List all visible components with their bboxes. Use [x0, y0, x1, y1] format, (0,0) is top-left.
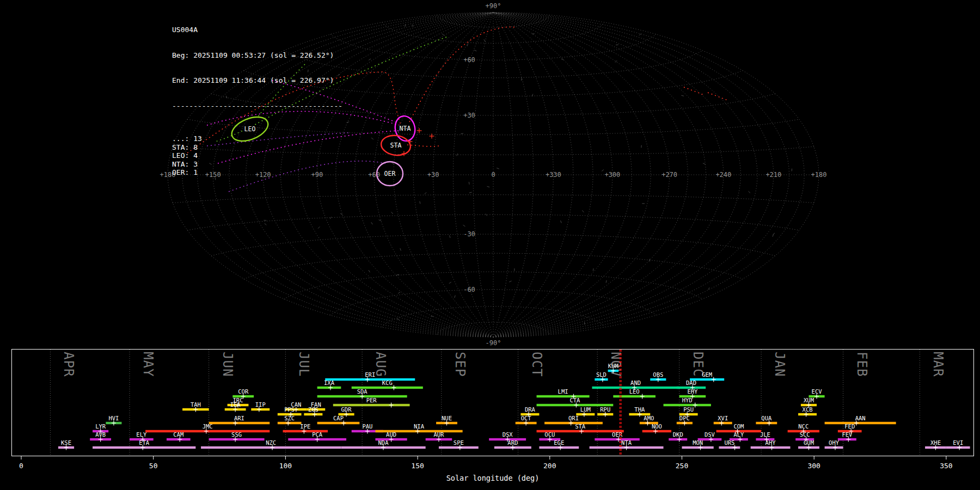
- shower-label-ELY: ELY: [136, 431, 147, 438]
- x-tick-label: 50: [149, 462, 158, 470]
- shower-label-AAN: AAN: [855, 415, 866, 421]
- shower-label-ERI: ERI: [365, 371, 375, 378]
- shower-label-DAD: DAD: [686, 379, 696, 386]
- x-tick-label: 100: [279, 462, 292, 470]
- x-tick-label: 300: [807, 462, 820, 470]
- latitude-label: -30: [463, 230, 475, 238]
- meteor-track: [684, 87, 703, 95]
- shower-label-NIA: NIA: [414, 423, 425, 430]
- shower-label-IPE: IPE: [300, 423, 310, 430]
- month-label-JUL: JUL: [296, 352, 311, 377]
- shower-label-CAM: CAM: [173, 431, 183, 438]
- meteor-track: [407, 145, 439, 146]
- radiant-label-OER: OER: [384, 170, 396, 177]
- shower-label-MON: MON: [693, 439, 703, 446]
- shower-label-IXA: IXA: [324, 379, 335, 386]
- radiant-STA: STA: [380, 133, 412, 157]
- north-pole-label: +90°: [486, 2, 501, 10]
- shower-bar-AAN: [825, 422, 896, 424]
- shower-label-JLE: JLE: [760, 431, 770, 438]
- shower-label-COM: COM: [733, 423, 744, 430]
- shower-bars: KUMERISLDOBSGEMIXAKCGANDDADCORSDALMILEOE…: [58, 363, 970, 450]
- month-label-APR: APR: [61, 352, 76, 377]
- x-tick-label: 150: [411, 462, 424, 470]
- month-label-OCT: OCT: [529, 352, 544, 377]
- radiant-OER: OER: [377, 162, 403, 186]
- shower-count-LEO: LEO: 4: [172, 151, 342, 160]
- activity-timeline-chart: APRMAYJUNJULAUGSEPOCTNOVDECJANFEBMARKUME…: [0, 348, 980, 490]
- shower-label-URS: URS: [724, 439, 734, 446]
- shower-label-PPS: PPS: [284, 406, 295, 413]
- shower-bar-QUA: [756, 422, 777, 424]
- observation-begin: Beg: 20251109 00:53:27 (sol = 226.52°): [172, 51, 342, 60]
- x-axis-title: Solar longitude (deg): [446, 474, 540, 482]
- shower-label-SSG: SSG: [231, 431, 242, 438]
- latitude-label: +30: [463, 112, 475, 119]
- shower-count-unclassified: ...: 13: [172, 134, 342, 143]
- shower-label-NOO: NOO: [652, 423, 662, 430]
- info-panel: US004A Beg: 20251109 00:53:27 (sol = 226…: [172, 9, 342, 185]
- meteor-track: [708, 93, 727, 100]
- equator-label: 0: [491, 171, 495, 179]
- latitude-label: +60: [463, 56, 475, 64]
- shower-label-SLD: SLD: [596, 371, 607, 378]
- shower-label-OHY: OHY: [829, 439, 840, 446]
- shower-label-ARI: ARI: [234, 415, 244, 421]
- radiant-label-NTA: NTA: [400, 125, 411, 132]
- shower-label-DRA: DRA: [525, 406, 536, 413]
- shower-label-DKD: DKD: [673, 431, 683, 438]
- shower-bar-ERI: [325, 378, 415, 381]
- x-tick-label: 200: [543, 462, 556, 470]
- shower-label-PER: PER: [366, 397, 377, 403]
- month-label-JUN: JUN: [220, 352, 235, 377]
- shower-label-PSU: PSU: [683, 406, 694, 413]
- equator-label: +180: [811, 171, 827, 179]
- south-pole-label: -90°: [486, 339, 501, 347]
- observation-end: End: 20251109 11:36:44 (sol = 226.97°): [172, 76, 342, 85]
- month-label-FEB: FEB: [854, 352, 869, 377]
- shower-label-KCG: KCG: [382, 379, 393, 386]
- shower-label-IIP: IIP: [255, 401, 266, 408]
- shower-label-GEM: GEM: [702, 371, 712, 378]
- shower-label-EGE: EGE: [554, 439, 564, 446]
- equator-label: +270: [661, 171, 677, 179]
- shower-label-ORI: ORI: [568, 415, 579, 421]
- x-tick-label: 250: [676, 462, 688, 470]
- month-label-MAR: MAR: [930, 352, 946, 377]
- meteor-track: [409, 27, 514, 122]
- shower-label-JMC: JMC: [203, 423, 213, 430]
- equator-label: +30: [427, 171, 439, 179]
- shower-label-SZC: SZC: [284, 415, 295, 421]
- shower-label-SPE: SPE: [454, 439, 464, 446]
- meteor-radiant-report: { "info_panel": { "station": "US004A", "…: [0, 0, 980, 490]
- equator-label: +330: [546, 171, 561, 179]
- shower-counts: ...: 13STA: 8LEO: 4NTA: 3OER: 1: [172, 134, 342, 177]
- shower-label-LEO: LEO: [629, 388, 640, 395]
- shower-label-HYD: HYD: [682, 397, 693, 403]
- shower-label-ETA: ETA: [139, 439, 150, 446]
- x-tick-label: 350: [940, 462, 952, 470]
- equator-label: +240: [715, 171, 731, 179]
- month-label-AUG: AUG: [373, 352, 388, 377]
- equator-label: +210: [765, 171, 781, 179]
- radiant-label-STA: STA: [390, 142, 402, 149]
- shower-label-CTA: CTA: [569, 397, 580, 403]
- shower-bar-MON: [682, 446, 714, 449]
- shower-bar-ORI: [544, 422, 603, 424]
- shower-label-AMO: AMO: [644, 415, 654, 421]
- month-label-JAN: JAN: [772, 352, 787, 377]
- equator-label: +300: [604, 171, 620, 179]
- station-id: US004A: [172, 26, 342, 34]
- shower-label-FEV: FEV: [842, 431, 853, 438]
- shower-label-AND: AND: [630, 379, 641, 386]
- shower-label-DSV: DSV: [705, 431, 715, 438]
- meteor-plus-markers: [402, 128, 434, 156]
- x-tick-label: 0: [19, 462, 23, 470]
- x-axis: 050100150200250300350Solar longitude (de…: [19, 456, 953, 482]
- sky-map: +180+150+120+90+60+300+330+300+270+240+2…: [0, 0, 980, 348]
- latitude-label: -60: [463, 286, 475, 293]
- shower-label-LUM: LUM: [580, 406, 591, 413]
- shower-count-STA: STA: 8: [172, 143, 342, 152]
- shower-label-NZC: NZC: [266, 439, 276, 446]
- shower-bar-CAP: [317, 422, 360, 424]
